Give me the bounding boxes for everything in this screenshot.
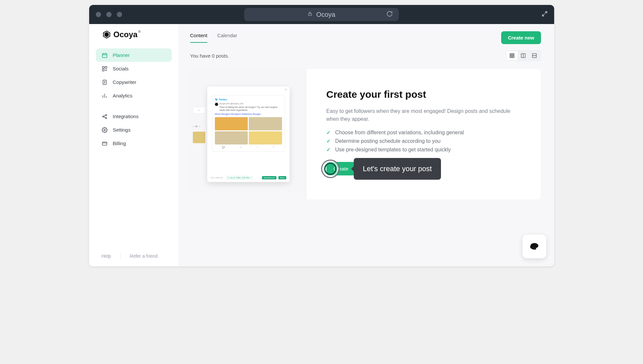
view-rows-button[interactable] [529,51,540,60]
view-grid-button[interactable] [506,51,518,60]
check-icon: ✓ [326,138,331,144]
onboarding-card: 2 ◇ ▦ ☺ × 🐦 Twitter [190,69,541,199]
reload-icon[interactable] [386,11,393,19]
mock-body: Tired of eating the same old burger? Try… [219,106,282,112]
onboarding-title: Create your first post [326,89,525,100]
svg-rect-16 [512,56,514,58]
credit-card-icon [102,141,108,146]
gear-icon [102,127,108,133]
help-link[interactable]: Help [102,253,111,259]
sidebar-item-analytics[interactable]: Analytics [96,89,172,102]
url-text: Ocoya [316,11,335,18]
svg-rect-14 [512,54,514,55]
svg-rect-15 [510,56,512,58]
onboarding-description: Easy to get followers when they are most… [326,107,511,123]
titlebar: Ocoya [89,5,554,24]
chat-fab-button[interactable] [523,235,546,258]
create-new-button[interactable]: Create new [501,31,541,44]
minimize-window-button[interactable] [106,12,112,17]
mock-handle: ocoya.com @ocoya_com [219,102,282,105]
expand-icon[interactable] [542,11,548,18]
sidebar-item-socials[interactable]: Socials [96,62,172,75]
tab-calendar[interactable]: Calendar [217,33,237,43]
svg-point-8 [102,116,104,117]
svg-rect-5 [105,66,107,68]
svg-point-10 [105,117,107,118]
lock-icon [308,12,312,17]
maximize-window-button[interactable] [117,12,122,17]
preview-thumbnails: 2 ◇ ▦ ☺ [193,107,205,143]
view-columns-button[interactable] [518,51,529,60]
mock-post: 🐦 Twitter ocoya.com @ocoya_com Tired of … [212,95,285,152]
thumbnail-item: 2 [193,107,205,114]
post-count-text: You have 0 posts. [190,53,229,59]
main-content: Content Calendar Create new You have 0 p… [178,24,554,266]
nav-label: Socials [113,66,129,71]
feature-item: ✓Choose from different post variations, … [326,130,525,136]
calendar-icon [102,52,108,58]
share-icon [102,114,108,119]
footer-divider [120,253,120,259]
refer-friend-link[interactable]: Refer a friend [130,253,158,259]
logo-hex-icon [102,30,111,39]
nav-label: Planner [113,52,130,58]
brand-name: Ocoya® [114,30,141,39]
sidebar-item-copywriter[interactable]: Copywriter [96,75,172,89]
svg-point-11 [104,129,105,131]
check-icon: ✓ [326,147,331,153]
onboarding-feature-list: ✓Choose from different post variations, … [326,130,525,153]
mock-social-actions: 💬↻♡↥ [215,146,282,149]
check-icon: ✓ [326,130,331,136]
view-toggle [505,50,541,61]
app-body: Ocoya® Planner Socials Copywriter [89,24,554,266]
sidebar-item-integrations[interactable]: Integrations [96,110,172,123]
mock-close-icon: × [285,88,287,91]
svg-rect-3 [102,53,107,57]
sidebar-item-settings[interactable]: Settings [96,123,172,137]
brand-logo[interactable]: Ocoya® [89,30,178,39]
nav: Planner Socials Copywriter Analytics [89,48,178,157]
mock-save-btn: Save [278,176,286,179]
mock-platform: 🐦 Twitter [215,98,282,101]
app-window: Ocoya Ocoya® Planner [89,5,554,266]
document-icon [102,79,108,85]
columns-icon [521,53,526,58]
url-bar[interactable]: Ocoya [244,8,399,21]
mock-avatar [215,103,218,106]
chat-icon [529,242,539,251]
thumbnail-item [193,132,205,143]
mock-date: ⏲ Jan 5, 2023, 3:35 PM × [226,176,253,179]
grid-plus-icon [102,66,108,72]
mock-action-bar: UTC (GMT+0) ⏲ Jan 5, 2023, 3:35 PM × Sch… [211,176,286,179]
feature-item: ✓Use pre-designed templates to get start… [326,147,525,153]
close-window-button[interactable] [96,12,101,17]
nav-label: Analytics [113,93,133,98]
subbar: You have 0 posts. [190,50,541,61]
thumbnail-icons: ◇ ▦ ☺ [193,125,205,130]
svg-point-9 [105,114,107,116]
bar-chart-icon [102,93,108,99]
svg-marker-2 [105,33,108,37]
traffic-lights [96,12,122,17]
tab-content[interactable]: Content [190,33,208,43]
nav-label: Billing [113,141,126,146]
svg-rect-0 [308,13,311,15]
sidebar-item-planner[interactable]: Planner [96,48,172,62]
svg-rect-12 [102,142,107,145]
sidebar: Ocoya® Planner Socials Copywriter [89,24,178,266]
nav-label: Copywriter [113,79,137,85]
nav-label: Settings [113,127,131,133]
svg-rect-6 [102,69,104,71]
mock-timezone: UTC (GMT+0) [211,177,223,179]
tabs: Content Calendar [190,33,237,43]
feature-item: ✓Determine posting schedule according to… [326,138,525,144]
mock-schedule-btn: Schedule (4) [262,176,276,179]
tour-tooltip: Let's create your post [354,158,441,180]
rows-icon [532,53,537,58]
mock-editor: × 🐦 Twitter ocoya.com @ocoya_com Tired o… [207,87,290,182]
sidebar-item-billing[interactable]: Billing [96,137,172,150]
mock-image-grid [215,117,282,144]
sidebar-footer: Help Refer a friend [89,246,178,266]
grid-icon [509,53,515,58]
create-button-wrap: Create Let's create your post [326,162,356,175]
